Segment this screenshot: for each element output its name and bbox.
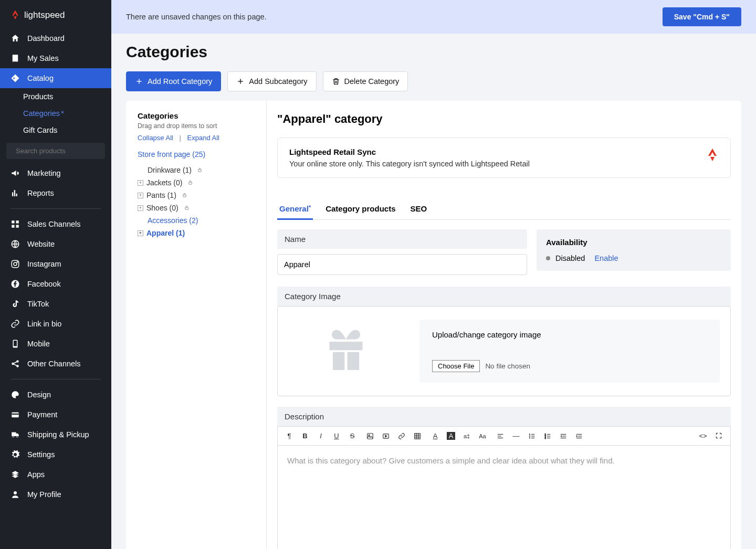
sidebar-item-other-channels[interactable]: Other Channels — [0, 354, 111, 374]
save-button[interactable]: Save "Cmd + S" — [663, 7, 741, 26]
italic-icon[interactable]: I — [317, 432, 325, 440]
hr-icon[interactable]: — — [512, 432, 520, 440]
sidebar-item-shipping[interactable]: Shipping & Pickup — [0, 425, 111, 445]
sidebar-label: My Sales — [27, 54, 59, 62]
sidebar-item-facebook[interactable]: Facebook — [0, 274, 111, 294]
tree-item[interactable]: Accessories (2) — [138, 214, 255, 227]
svg-text:3: 3 — [545, 437, 546, 439]
image-icon[interactable] — [366, 432, 374, 440]
code-icon[interactable]: <> — [699, 432, 707, 440]
svg-point-33 — [369, 435, 370, 436]
instagram-icon — [10, 259, 20, 269]
subnav-gift-cards[interactable]: Gift Cards — [23, 122, 111, 139]
table-icon[interactable] — [413, 432, 422, 440]
image-placeholder — [288, 317, 404, 385]
sidebar-item-catalog[interactable]: Catalog — [0, 68, 111, 88]
sidebar-item-mobile[interactable]: Mobile — [0, 334, 111, 354]
tree-item[interactable]: +Pants (1) — [138, 189, 255, 202]
delete-category-button[interactable]: Delete Category — [323, 71, 408, 91]
video-icon[interactable] — [382, 432, 390, 440]
collapse-all-link[interactable]: Collapse All — [138, 134, 173, 142]
sidebar-label: Settings — [27, 450, 55, 459]
subnav-products[interactable]: Products — [23, 88, 111, 105]
editor-body[interactable]: What is this category about? Give custom… — [277, 445, 731, 549]
sidebar-item-dashboard[interactable]: Dashboard — [0, 28, 111, 48]
name-input[interactable] — [277, 254, 527, 275]
sidebar-item-design[interactable]: Design — [0, 385, 111, 405]
svg-rect-3 — [16, 220, 19, 223]
sidebar-item-my-profile[interactable]: My Profile — [0, 484, 111, 504]
ul-icon[interactable] — [528, 432, 536, 440]
svg-rect-4 — [12, 225, 14, 228]
palette-icon — [10, 390, 20, 399]
bold-icon[interactable]: B — [301, 432, 309, 440]
subnav-categories[interactable]: Categories* — [23, 105, 111, 122]
tab-category-products[interactable]: Category products — [323, 199, 397, 220]
expand-icon[interactable]: + — [138, 180, 143, 186]
sidebar-item-tiktok[interactable]: TikTok — [0, 294, 111, 314]
indent-icon[interactable] — [575, 432, 583, 440]
fullscreen-icon[interactable] — [715, 432, 723, 440]
underline-icon[interactable]: U — [332, 432, 341, 440]
link-icon[interactable] — [397, 432, 406, 440]
sidebar-label: Facebook — [27, 280, 61, 288]
tab-general[interactable]: General — [277, 199, 313, 220]
tree-item[interactable]: Drinkware (1) — [138, 164, 255, 176]
sidebar-item-instagram[interactable]: Instagram — [0, 254, 111, 274]
detail-title: "Apparel" category — [277, 112, 731, 126]
sidebar-label: Dashboard — [27, 34, 65, 43]
expand-icon[interactable]: + — [138, 230, 143, 236]
image-label: Category Image — [277, 287, 731, 306]
unsaved-alert: There are unsaved changes on this page. … — [111, 0, 756, 34]
tree-title: Categories — [138, 111, 255, 120]
tree-item[interactable]: +Apparel (1) — [138, 227, 255, 239]
tree-item[interactable]: +Shoes (0) — [138, 202, 255, 214]
availability-title: Availability — [546, 238, 721, 247]
sidebar-item-link-in-bio[interactable]: Link in bio — [0, 314, 111, 334]
lock-icon — [182, 204, 190, 212]
search-box[interactable] — [6, 143, 105, 159]
choose-file-button[interactable]: Choose File — [432, 360, 480, 372]
tree-root[interactable]: Store front page (25) — [138, 150, 255, 159]
tree-item[interactable]: +Jackets (0) — [138, 176, 255, 189]
expand-icon[interactable]: + — [138, 205, 143, 211]
add-subcategory-button[interactable]: Add Subcategory — [227, 71, 316, 91]
tree-item-label: Shoes (0) — [146, 204, 178, 212]
sidebar-label: Link in bio — [27, 320, 61, 328]
wallet-icon — [10, 410, 20, 419]
sidebar-label: Catalog — [27, 74, 54, 82]
sidebar-item-website[interactable]: Website — [0, 234, 111, 254]
tab-seo[interactable]: SEO — [408, 199, 429, 220]
bg-color-icon[interactable]: A — [447, 432, 455, 440]
svg-point-15 — [17, 365, 18, 367]
outdent-icon[interactable] — [559, 432, 568, 440]
expand-icon[interactable]: + — [138, 193, 143, 198]
link-icon — [10, 319, 20, 329]
font-size-icon[interactable]: Aa — [478, 433, 487, 439]
sidebar-item-reports[interactable]: Reports — [0, 183, 111, 203]
content: Categories Add Root Category Add Subcate… — [111, 34, 756, 549]
expand-all-link[interactable]: Expand All — [187, 134, 219, 142]
add-root-category-button[interactable]: Add Root Category — [126, 71, 221, 91]
clear-format-icon[interactable]: a‡ — [463, 433, 471, 439]
tree-item-label: Apparel (1) — [146, 229, 185, 237]
strike-icon[interactable]: S — [348, 432, 356, 440]
no-file-text: No file chosen — [485, 362, 530, 370]
sidebar-item-my-sales[interactable]: My Sales — [0, 48, 111, 68]
enable-link[interactable]: Enable — [594, 254, 618, 262]
paragraph-icon[interactable]: ¶ — [285, 432, 293, 440]
text-color-icon[interactable]: A — [431, 432, 439, 440]
catalog-subnav: Products Categories* Gift Cards — [0, 88, 111, 139]
sidebar-item-settings[interactable]: Settings — [0, 445, 111, 464]
sidebar-item-sales-channels[interactable]: Sales Channels — [0, 214, 111, 234]
search-input[interactable] — [16, 147, 104, 155]
align-icon[interactable] — [496, 432, 505, 440]
tree-hint: Drag and drop items to sort — [138, 122, 255, 130]
action-row: Add Root Category Add Subcategory Delete… — [126, 71, 741, 91]
sidebar-item-apps[interactable]: Apps — [0, 464, 111, 484]
ol-icon[interactable]: 123 — [543, 432, 552, 440]
sidebar-item-payment[interactable]: Payment — [0, 405, 111, 425]
chart-icon — [10, 188, 20, 198]
sidebar-label: Website — [27, 240, 55, 248]
sidebar-item-marketing[interactable]: Marketing — [0, 163, 111, 183]
